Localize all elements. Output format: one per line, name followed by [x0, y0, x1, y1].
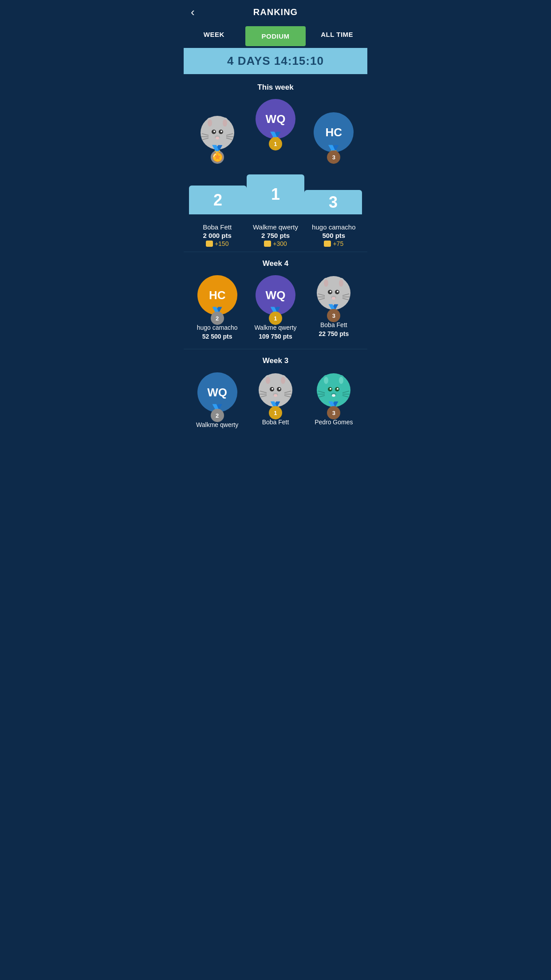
week4-slot-3: 3 🏅 Boba Fett 22 750 pts: [305, 275, 363, 340]
avatar-wrapper-1: WQ 1 🏅: [256, 99, 295, 139]
svg-point-8: [220, 130, 222, 132]
week4-avatar-wrap-3: 3 🏅: [316, 275, 351, 312]
stage-slot-3: 3: [304, 190, 362, 214]
svg-point-24: [330, 291, 331, 292]
week4-medal-2: 2: [211, 312, 224, 325]
svg-point-4: [223, 119, 227, 126]
medal-3: 3: [327, 150, 340, 164]
header: ‹ RANKING: [184, 0, 367, 24]
week4-medal-3: 3: [327, 309, 340, 322]
svg-point-38: [281, 377, 285, 384]
stage-slot-2: 2: [189, 186, 247, 214]
this-week-title: This week: [184, 83, 367, 92]
tab-week[interactable]: WEEK: [184, 24, 244, 48]
svg-point-7: [213, 130, 215, 132]
player-coins-2: +150: [206, 240, 229, 247]
svg-point-59: [337, 388, 338, 390]
player-name-1: Walkme qwerty: [253, 223, 298, 231]
week3-medal-3: 3: [327, 406, 340, 419]
week4-pts-3: 22 750 pts: [319, 330, 349, 337]
stage-block-1: 1: [247, 174, 304, 214]
week3-avatar-wrap-3: 3 🏅: [316, 372, 351, 410]
tab-bar: WEEK PODIUM ALL TIME: [184, 24, 367, 48]
svg-point-42: [279, 388, 280, 390]
svg-point-21: [339, 280, 343, 287]
week4-name-1: Walkme qwerty: [254, 324, 296, 331]
player-points-3: 500 pts: [322, 232, 345, 239]
stage-block-2: 2: [189, 186, 247, 214]
week3-grid: WQ 2 🏅 Walkme qwerty: [184, 372, 367, 430]
page-title: RANKING: [253, 7, 298, 17]
player-name-2: Boba Fett: [203, 223, 232, 231]
week4-avatar-wrap-2: HC 2 🏅: [197, 275, 237, 315]
week4-name-3: Boba Fett: [320, 321, 347, 328]
svg-point-55: [339, 377, 343, 384]
back-button[interactable]: ‹: [191, 5, 195, 19]
week4-pts-2: 52 500 pts: [202, 333, 232, 340]
week3-name-2: Walkme qwerty: [196, 421, 238, 428]
coin-icon-3: [324, 241, 331, 247]
avatar-wrapper-2: 2 🏅: [200, 115, 235, 152]
week4-title: Week 4: [184, 259, 367, 268]
podium-slot-1: WQ 1 🏅: [246, 99, 304, 148]
coin-icon-2: [206, 241, 213, 247]
medal-1: 1: [269, 137, 282, 150]
week3-slot-3: 3 🏅 Pedro Gomes: [305, 372, 363, 430]
svg-point-10: [216, 137, 219, 139]
week3-slot-1: 1 🏅 Boba Fett: [246, 372, 304, 430]
player-name-3: hugo camacho: [312, 223, 355, 231]
svg-point-41: [272, 388, 273, 390]
coin-icon-1: [264, 241, 271, 247]
stage-slot-1: 1: [247, 174, 304, 214]
svg-point-25: [337, 291, 338, 292]
week3-medal-2: 2: [211, 409, 224, 422]
player-coins-3: +75: [324, 240, 343, 247]
week3-section: Week 3 WQ 2 🏅 Walkme qwerty: [184, 349, 367, 439]
svg-point-58: [330, 388, 331, 390]
player-points-2: 2 000 pts: [203, 232, 232, 239]
countdown-timer: 4 DAYS 14:15:10: [184, 48, 367, 74]
podium-slot-2: 2 🏅: [188, 115, 246, 161]
week4-pts-1: 109 750 pts: [259, 333, 292, 340]
podium-stage: 2 1 3: [184, 174, 367, 214]
week4-name-2: hugo camacho: [197, 324, 238, 331]
podium-slot-3: HC 3 🏅: [305, 112, 363, 161]
svg-point-37: [266, 377, 270, 384]
player-info-1: Walkme qwerty 2 750 pts +300: [246, 219, 304, 247]
week4-slot-1: WQ 1 🏅 Walkme qwerty 109 750 pts: [246, 275, 304, 340]
svg-point-3: [208, 119, 212, 126]
svg-point-27: [332, 297, 335, 300]
week4-section: Week 4 HC 2 🏅 hugo camacho 52 500 pts WQ: [184, 252, 367, 349]
week3-slot-2: WQ 2 🏅 Walkme qwerty: [188, 372, 246, 430]
week3-name-3: Pedro Gomes: [315, 419, 353, 426]
player-coins-1: +300: [264, 240, 287, 247]
week3-avatar-wrap-2: WQ 2 🏅: [197, 372, 237, 412]
week3-avatar-wrap-1: 1 🏅: [258, 372, 293, 410]
week3-medal-1: 1: [269, 406, 282, 419]
week4-slot-2: HC 2 🏅 hugo camacho 52 500 pts: [188, 275, 246, 340]
player-info-3: hugo camacho 500 pts +75: [305, 219, 363, 247]
svg-point-61: [332, 394, 335, 397]
week4-medal-1: 1: [269, 312, 282, 325]
wreath-2: 🏅: [208, 144, 227, 162]
avatar-wrapper-3: HC 3 🏅: [314, 112, 354, 152]
svg-point-54: [324, 377, 328, 384]
tab-alltime[interactable]: ALL TIME: [307, 24, 367, 48]
tab-podium[interactable]: PODIUM: [245, 26, 306, 46]
stage-block-3: 3: [304, 190, 362, 214]
svg-point-20: [324, 280, 328, 287]
week4-avatar-wrap-1: WQ 1 🏅: [256, 275, 295, 315]
week4-grid: HC 2 🏅 hugo camacho 52 500 pts WQ 1: [184, 275, 367, 340]
this-week-section: This week: [184, 74, 367, 252]
week3-title: Week 3: [184, 356, 367, 365]
week3-name-1: Boba Fett: [262, 419, 289, 426]
player-info-2: Boba Fett 2 000 pts +150: [188, 219, 246, 247]
svg-point-44: [274, 394, 277, 397]
player-info-row: Boba Fett 2 000 pts +150 Walkme qwerty 2…: [184, 214, 367, 247]
player-points-1: 2 750 pts: [261, 232, 290, 239]
